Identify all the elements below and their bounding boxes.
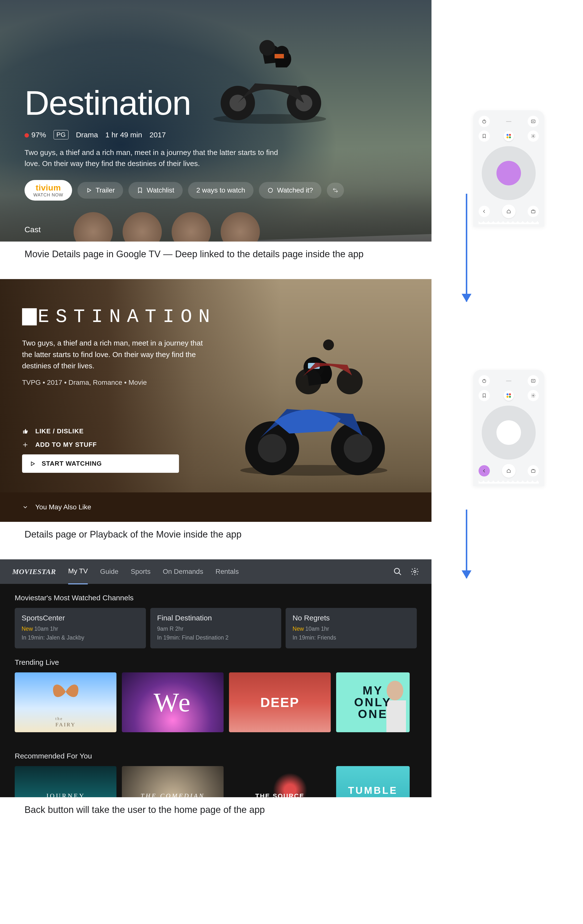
add-to-my-stuff-button[interactable]: ADD TO MY STUFF (22, 441, 179, 449)
cast-avatar[interactable] (171, 212, 211, 241)
gear-icon[interactable] (410, 567, 419, 576)
cast-avatar[interactable] (74, 212, 113, 241)
trailer-button[interactable]: Trailer (77, 182, 123, 199)
remote-back-button[interactable] (479, 206, 490, 217)
tv-icon (531, 469, 536, 473)
movie-title: Destination (25, 86, 344, 120)
top-nav: MOVIESTAR My TV Guide Sports On Demands … (0, 559, 431, 584)
svg-point-23 (344, 434, 372, 462)
watchlist-button[interactable]: Watchlist (128, 182, 183, 199)
content-tile[interactable]: DEEP (229, 672, 331, 732)
plus-icon (22, 442, 28, 448)
start-watching-button[interactable]: START WATCHING (22, 454, 179, 473)
remote-tv-button[interactable] (528, 206, 539, 217)
bookmark-icon (482, 134, 487, 139)
remote-dpad[interactable] (482, 146, 536, 200)
flow-arrow-icon (466, 194, 467, 302)
remote-bookmark-button[interactable] (479, 390, 490, 401)
section-recommended-heading: Recommended For You (0, 742, 431, 766)
assistant-icon (507, 393, 511, 398)
chevron-down-icon (22, 504, 28, 510)
brand-logo: MOVIESTAR (12, 568, 56, 576)
watch-now-button[interactable]: tivium WATCH NOW (25, 180, 72, 201)
content-tile[interactable]: THE COMEDIAN (122, 766, 224, 797)
remote-select-button[interactable] (496, 161, 521, 185)
remote-dpad[interactable] (482, 406, 536, 460)
svg-point-26 (296, 368, 322, 394)
content-tile[interactable]: theFAIRY (15, 672, 117, 732)
remote-home-button[interactable] (502, 464, 515, 478)
movie-description: Two guys, a thief and a rich man, meet i… (25, 147, 280, 169)
bookmark-icon (137, 187, 143, 193)
cast-avatar[interactable] (123, 212, 162, 241)
screen2-caption: Details page or Playback of the Movie in… (0, 522, 431, 559)
svg-rect-18 (275, 54, 284, 58)
score: 97% (25, 131, 46, 139)
tab-my-tv[interactable]: My TV (68, 559, 88, 584)
tab-guide[interactable]: Guide (100, 559, 119, 584)
tab-rentals[interactable]: Rentals (216, 559, 239, 584)
channel-card[interactable]: SportsCenter New10am 1hr In 19min: Jalen… (15, 608, 146, 648)
content-tile[interactable]: JOURNEY (15, 766, 117, 797)
remote-settings-button[interactable] (528, 130, 539, 142)
bookmark-icon (482, 393, 487, 398)
input-icon (531, 378, 536, 383)
circle-icon (267, 187, 273, 193)
screen1-caption: Movie Details page in Google TV — Deep l… (0, 241, 431, 279)
gear-icon (531, 393, 536, 398)
content-tile[interactable]: We (122, 672, 224, 732)
remote-control (473, 370, 544, 486)
remote-assistant-button[interactable] (504, 131, 514, 141)
app-home-screen: MOVIESTAR My TV Guide Sports On Demands … (0, 559, 431, 797)
you-may-also-like-row[interactable]: You May Also Like (0, 492, 431, 522)
flip-icon (332, 187, 339, 193)
watched-it-button[interactable]: Watched it? (259, 182, 321, 199)
tab-sports[interactable]: Sports (131, 559, 150, 584)
remote-home-button[interactable] (502, 205, 515, 218)
content-tile[interactable]: THE SOURCE (229, 766, 331, 797)
svg-point-28 (323, 339, 334, 350)
like-dislike-button[interactable]: LIKE / DISLIKE (22, 427, 179, 435)
remote-input-button[interactable] (528, 375, 539, 386)
remote-power-button[interactable] (479, 375, 490, 386)
title-first-letter-icon (22, 308, 37, 325)
svg-point-16 (259, 40, 275, 56)
channel-card[interactable]: Final Destination 9am R 2hr In 19min: Fi… (150, 608, 282, 648)
power-icon (482, 119, 487, 124)
cast-avatar[interactable] (221, 212, 260, 241)
svg-point-21 (258, 434, 287, 462)
butterfly-icon (51, 681, 81, 703)
remote-control (473, 111, 544, 226)
content-tile[interactable]: TUMBLE DRY (336, 766, 410, 797)
hero-artwork-secondary (286, 334, 371, 396)
section-trending-heading: Trending Live (0, 648, 431, 672)
ways-to-watch-button[interactable]: 2 ways to watch (188, 182, 254, 199)
remote-settings-button[interactable] (528, 390, 539, 401)
new-badge: New (21, 625, 33, 632)
remote-led-icon (506, 381, 511, 381)
remote-select-button[interactable] (496, 420, 521, 445)
screen3-caption: Back button will take the user to the ho… (0, 797, 431, 835)
remote-bookmark-button[interactable] (479, 130, 490, 142)
back-arrow-icon (482, 469, 487, 473)
remote-back-button[interactable] (479, 465, 490, 477)
search-icon[interactable] (393, 567, 402, 576)
remote-tv-button[interactable] (528, 465, 539, 477)
input-icon (531, 119, 536, 124)
section-most-watched-heading: Moviestar's Most Watched Channels (0, 584, 431, 608)
flow-arrow-icon (466, 510, 467, 578)
movie-meta-row: 97% PG Drama 1 hr 49 min 2017 (25, 130, 344, 140)
gear-icon (531, 134, 536, 139)
runtime: 1 hr 49 min (105, 131, 142, 139)
content-tile[interactable]: MY ONLY ONE (336, 672, 410, 732)
flip-button[interactable] (327, 183, 344, 198)
tab-on-demands[interactable]: On Demands (163, 559, 203, 584)
remote-assistant-button[interactable] (504, 390, 514, 401)
remote-input-button[interactable] (528, 116, 539, 127)
assistant-icon (507, 134, 511, 138)
remote-power-button[interactable] (479, 116, 490, 127)
cast-heading: Cast (25, 225, 41, 234)
remote-led-icon (506, 121, 511, 122)
power-icon (482, 378, 487, 383)
channel-card[interactable]: No Regrets New10am 1hr In 19min: Friends (286, 608, 417, 648)
